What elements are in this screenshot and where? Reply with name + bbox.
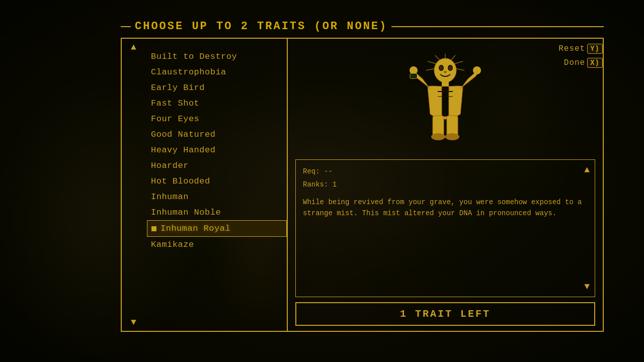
svg-point-10 [440,66,443,70]
trait-items-container: Built to DestroyClaustrophobiaEarly Bird… [147,49,287,326]
scroll-up-button[interactable]: ▲ [131,43,136,52]
trait-label: Four Eyes [151,114,199,124]
info-ranks: Ranks: 1 [303,179,588,190]
selection-indicator [151,226,156,231]
svg-point-19 [445,133,459,140]
trait-item-fast-shot[interactable]: Fast Shot [147,96,287,111]
trait-item-hoarder[interactable]: Hoarder [147,158,287,173]
vault-boy-area [295,44,595,159]
svg-point-18 [431,133,445,140]
right-panel: Reset Y) Done X) [288,39,603,331]
trait-label: Fast Shot [151,99,199,108]
trait-label: Inhuman Royal [160,224,230,233]
trait-item-inhuman-noble[interactable]: Inhuman Noble [147,205,287,220]
scroll-down-button[interactable]: ▼ [131,318,136,327]
info-req: Req: -- [303,166,588,177]
vault-boy-icon [405,51,486,152]
trait-item-good-natured[interactable]: Good Natured [147,127,287,142]
trait-label: Heavy Handed [151,145,215,155]
trait-counter-text: 1 TRAIT LEFT [400,308,491,320]
info-description: While being revived from your grave, you… [303,197,588,219]
trait-list-panel: ▲ Built to DestroyClaustrophobiaEarly Bi… [122,39,288,331]
svg-rect-21 [411,74,416,77]
trait-item-kamikaze[interactable]: Kamikaze [147,237,287,252]
content-frame: ▲ Built to DestroyClaustrophobiaEarly Bi… [121,38,604,332]
trait-item-built-to-destroy[interactable]: Built to Destroy [147,49,287,64]
trait-label: Early Bird [151,83,205,93]
info-scroll-down[interactable]: ▼ [584,282,590,292]
trait-label: Inhuman [151,192,189,202]
svg-point-15 [473,66,481,74]
trait-label: Claustrophobia [151,67,226,77]
trait-label: Good Natured [151,130,215,139]
trait-item-heavy-handed[interactable]: Heavy Handed [147,142,287,158]
trait-item-claustrophobia[interactable]: Claustrophobia [147,64,287,80]
main-container: CHOOSE UP TO 2 TRAITS (OR NONE) ▲ Built … [121,20,604,342]
svg-point-11 [449,66,452,70]
svg-rect-17 [447,116,458,136]
info-box: Req: -- Ranks: 1 While being revived fro… [295,159,595,297]
page-title: CHOOSE UP TO 2 TRAITS (OR NONE) [135,20,387,33]
svg-rect-12 [442,81,449,86]
title-bar: CHOOSE UP TO 2 TRAITS (OR NONE) [121,20,604,33]
trait-item-inhuman[interactable]: Inhuman [147,189,287,205]
trait-item-hot-blooded[interactable]: Hot Blooded [147,173,287,189]
title-line-right [391,26,604,27]
svg-point-13 [441,86,449,92]
trait-item-early-bird[interactable]: Early Bird [147,80,287,96]
trait-label: Hot Blooded [151,176,210,186]
trait-item-four-eyes[interactable]: Four Eyes [147,111,287,127]
svg-point-7 [434,58,456,82]
trait-label: Kamikaze [151,240,194,249]
svg-rect-16 [433,116,444,136]
trait-label: Built to Destroy [151,52,237,61]
trait-label: Inhuman Noble [151,208,221,217]
title-line-left [121,26,131,27]
trait-label: Hoarder [151,161,189,170]
trait-item-inhuman-royal[interactable]: Inhuman Royal [147,220,287,237]
trait-counter-bar: 1 TRAIT LEFT [295,302,595,326]
info-scroll-up[interactable]: ▲ [584,165,590,175]
